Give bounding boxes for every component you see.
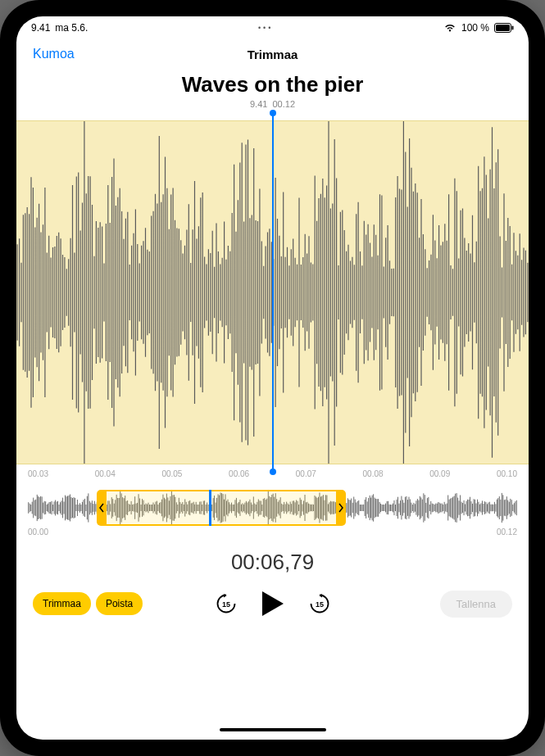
delete-button[interactable]: Poista — [96, 592, 143, 615]
trim-handle-start[interactable] — [97, 490, 107, 526]
skip-back-15-button[interactable]: 15 — [214, 591, 238, 616]
playhead[interactable] — [272, 113, 274, 472]
waveform-display[interactable] — [16, 120, 529, 464]
timeline-tick: 00.05 — [161, 469, 182, 478]
battery-percent: 100 % — [461, 22, 489, 34]
trim-button[interactable]: Trimmaa — [33, 592, 91, 615]
svg-rect-1 — [496, 25, 510, 31]
status-date: ma 5.6. — [55, 22, 88, 34]
timeline-tick: 00.07 — [296, 469, 316, 478]
screen: 9.41 ma 5.6. ••• 100 % Kumoa Trimmaa Wav… — [16, 16, 529, 740]
svg-rect-2 — [512, 26, 514, 30]
trim-selection — [107, 490, 337, 526]
ipad-device-frame: 9.41 ma 5.6. ••• 100 % Kumoa Trimmaa Wav… — [0, 0, 545, 756]
skip-forward-15-button[interactable]: 15 — [307, 591, 332, 616]
timeline-tick: 00.03 — [28, 469, 48, 478]
timeline-tick: 00.08 — [363, 469, 384, 478]
timeline-tick: 00.09 — [429, 469, 450, 478]
recording-meta: 9.41 00.12 — [16, 99, 529, 109]
status-time: 9.41 — [31, 22, 50, 34]
svg-text:15: 15 — [315, 600, 323, 609]
battery-icon — [494, 23, 514, 33]
multitask-dots-icon[interactable]: ••• — [258, 24, 273, 32]
timeline-tick: 00.10 — [497, 469, 517, 478]
cancel-button[interactable]: Kumoa — [33, 47, 75, 61]
home-indicator[interactable] — [220, 728, 326, 731]
overview-track[interactable]: 00.00 00.12 — [28, 491, 517, 536]
overview-playhead[interactable] — [209, 490, 211, 526]
status-bar: 9.41 ma 5.6. ••• 100 % — [16, 16, 529, 39]
play-button[interactable] — [260, 590, 286, 618]
trim-handle-end[interactable] — [336, 490, 346, 526]
recording-title: Waves on the pier — [16, 72, 529, 97]
current-time: 00:06,79 — [16, 550, 529, 575]
timeline-tick: 00.06 — [229, 469, 249, 478]
overview-end-label: 00.12 — [497, 527, 517, 536]
nav-bar: Kumoa Trimmaa — [16, 39, 529, 69]
playback-controls: Trimmaa Poista 15 — [16, 590, 529, 618]
nav-title: Trimmaa — [248, 48, 298, 61]
overview-start-label: 00.00 — [28, 527, 48, 536]
wifi-icon — [443, 23, 456, 33]
save-button[interactable]: Tallenna — [440, 591, 512, 618]
recording-header: Waves on the pier 9.41 00.12 — [16, 72, 529, 109]
timeline-tick: 00.04 — [95, 469, 116, 478]
svg-text:15: 15 — [221, 600, 229, 609]
